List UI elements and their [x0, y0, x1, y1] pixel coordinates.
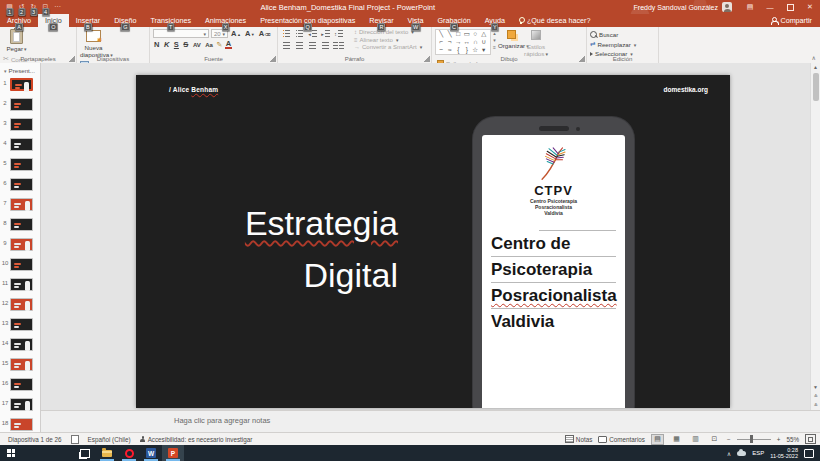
slide-canvas[interactable]: / Alice Benham domestika.org Estrategia … [136, 75, 730, 408]
shape-icon[interactable]: ~ [437, 46, 446, 54]
slide-thumbnail[interactable] [10, 258, 33, 271]
find-button[interactable]: Buscar [590, 31, 655, 38]
tab-vista[interactable]: VistaW [401, 14, 431, 27]
tell-me-search[interactable]: ¿Qué desea hacer? [512, 14, 597, 27]
tab-insertar[interactable]: InsertarB [69, 14, 107, 27]
align-right-button[interactable] [307, 41, 318, 50]
zoom-in-button[interactable]: + [777, 436, 781, 443]
slide-thumbnail[interactable] [10, 358, 33, 371]
slide-thumbnail[interactable] [10, 198, 33, 211]
zoom-slider-thumb[interactable] [750, 435, 753, 443]
slide-thumbnail[interactable] [10, 178, 33, 191]
dialog-launcher-icon[interactable] [270, 56, 276, 62]
phone-text-line[interactable]: Centro de [491, 230, 616, 256]
vertical-scrollbar[interactable]: ▲ ▼ ≙ ≚ [810, 63, 820, 410]
shape-icon[interactable]: ≈ [446, 46, 455, 54]
slide-thumbnail[interactable] [10, 118, 33, 131]
align-left-button[interactable] [281, 41, 292, 50]
shape-icon[interactable]: ¬ [446, 38, 455, 46]
slide-thumbnail[interactable] [10, 158, 33, 171]
scrollbar-thumb[interactable] [813, 73, 819, 101]
display-settings-icon[interactable] [71, 435, 79, 444]
customize-qat-button[interactable]: ⋯ [53, 1, 62, 13]
slide-thumbnail[interactable] [10, 338, 33, 351]
taskbar-clock[interactable]: 0:2811-05-2022 [770, 447, 798, 460]
shape-icon[interactable]: □ [454, 30, 463, 38]
scroll-down-icon[interactable]: ▼ [811, 383, 820, 392]
shape-icon[interactable]: ▾ [480, 46, 489, 54]
italic-button[interactable]: K [163, 40, 170, 49]
shape-icon[interactable]: ╲ [437, 30, 446, 38]
slide-thumbnail[interactable] [10, 318, 33, 331]
thumbnail-panel-header[interactable]: ▾Present... [0, 63, 40, 74]
notes-toggle-button[interactable]: Notas [565, 435, 592, 443]
slide-site-text[interactable]: domestika.org [664, 86, 708, 93]
arrange-button[interactable]: Organizar [498, 29, 524, 50]
align-text-button[interactable]: ≡Alinear texto [354, 37, 422, 43]
slide-thumbnail[interactable] [10, 398, 33, 411]
hidden-icons-chevron[interactable]: ∧ [727, 450, 731, 457]
taskbar-language[interactable]: ESP [752, 450, 764, 456]
start-presentation-button[interactable]: ⊡4 [41, 1, 50, 13]
shape-icon[interactable]: } [463, 46, 472, 54]
strikethrough-button[interactable]: S [182, 40, 189, 49]
phone-text-line[interactable]: Posracionalista [491, 282, 616, 308]
account-area[interactable]: Freddy Sandoval González [634, 2, 732, 12]
dialog-launcher-icon[interactable] [579, 56, 585, 62]
next-slide-button[interactable]: ≚ [811, 401, 820, 410]
convert-smartart-button[interactable]: →Convertir a SmartArt [354, 44, 422, 50]
tab-transiciones[interactable]: TransicionesT [144, 14, 198, 27]
slide-thumbnail[interactable] [10, 98, 33, 111]
shapes-more-icon[interactable]: ≡ [493, 44, 496, 50]
grow-font-button[interactable]: A▲ [230, 29, 242, 38]
shape-icon[interactable]: ○ [471, 30, 480, 38]
font-name-select[interactable] [153, 29, 209, 38]
paste-button[interactable]: Pegar [3, 29, 30, 53]
zoom-level[interactable]: 55% [786, 436, 799, 443]
shape-icon[interactable]: ⌐ [437, 38, 446, 46]
previous-slide-button[interactable]: ≙ [811, 392, 820, 401]
scroll-up-icon[interactable]: ▲ [811, 63, 820, 72]
shape-icon[interactable]: △ [480, 30, 489, 38]
task-view-button[interactable] [74, 445, 96, 461]
shapes-scroll-down-icon[interactable]: ▾ [493, 37, 496, 43]
new-slide-button[interactable]: Nueva diapositiva [80, 29, 107, 59]
shape-icon[interactable]: → [454, 38, 463, 46]
notes-pane[interactable]: Haga clic para agregar notas [41, 410, 820, 432]
slide-thumbnail[interactable] [10, 218, 33, 231]
slide-thumbnail[interactable] [10, 78, 33, 91]
slide-author-text[interactable]: / Alice Benham [169, 86, 218, 93]
close-button[interactable]: ✕ [800, 0, 820, 14]
start-button[interactable] [0, 445, 22, 461]
dialog-launcher-icon[interactable] [69, 56, 75, 62]
slideshow-view-button[interactable]: ⊡ [708, 434, 721, 445]
collapse-ribbon-icon[interactable]: ∧ [812, 54, 816, 61]
save-button[interactable]: ▤1 [5, 1, 14, 13]
tray-cloud-icon[interactable] [737, 451, 746, 456]
slide-thumbnail[interactable] [10, 138, 33, 151]
file-explorer-button[interactable] [96, 445, 118, 461]
slide-thumbnail[interactable] [10, 298, 33, 311]
tab-presentación-con-diapositivas[interactable]: Presentación con diapositivasQ [253, 14, 362, 27]
shape-icon[interactable]: ∪ [480, 38, 489, 46]
highlight-pen-icon[interactable]: ✎ [216, 41, 222, 49]
shape-icon[interactable]: ☆ [471, 46, 480, 54]
language-indicator[interactable]: Español (Chile) [88, 436, 131, 443]
clear-formatting-button[interactable]: A⌫ [258, 29, 272, 38]
tab-animaciones[interactable]: AnimacionesX [198, 14, 253, 27]
phone-text-line[interactable]: Psicoterapia [491, 256, 616, 282]
replace-button[interactable]: ⇄Reemplazar [590, 40, 655, 48]
slide-title-text[interactable]: Estrategia Digital [234, 197, 398, 301]
dialog-launcher-icon[interactable] [424, 56, 430, 62]
accessibility-status[interactable]: Accesibilidad: es necesario investigar [140, 436, 253, 443]
minimize-button[interactable]: — [760, 0, 780, 14]
zoom-out-button[interactable]: − [727, 436, 731, 443]
undo-button[interactable]: ↺2 [17, 1, 26, 13]
underline-button[interactable]: S [173, 40, 180, 49]
shape-icon[interactable]: { [454, 46, 463, 54]
slide-thumbnail[interactable] [10, 278, 33, 291]
restore-button[interactable] [780, 0, 800, 14]
phone-text-line[interactable]: Valdivia [491, 308, 616, 334]
word-button[interactable]: W [140, 445, 162, 461]
quick-styles-button[interactable]: Estilos rápidos [524, 29, 548, 58]
